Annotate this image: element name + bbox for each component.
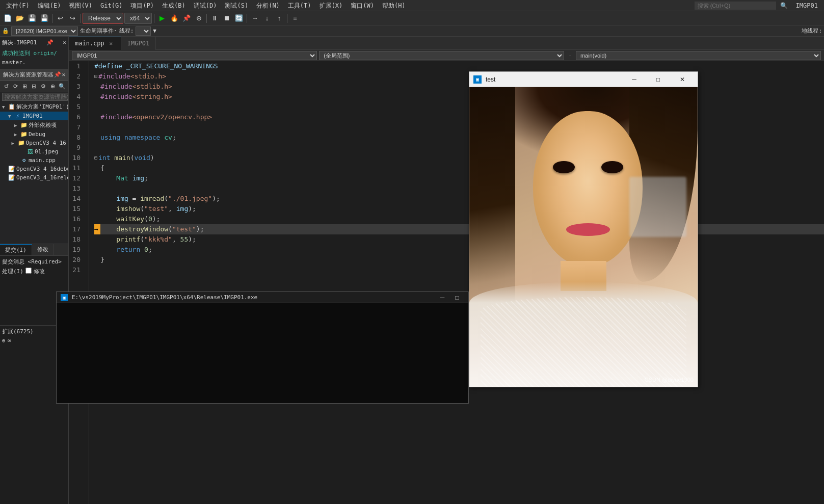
refresh-btn[interactable]: ⟳ — [11, 82, 19, 91]
solution-root[interactable]: ▼ 📋 解决方案'IMGP01'(1 个项目/共 1 个) — [0, 102, 68, 112]
sp-8a — [120, 132, 124, 143]
minimize-btn[interactable]: ─ — [623, 72, 646, 87]
menu-tools[interactable]: 工具(T) — [284, 0, 315, 11]
perf-btn[interactable]: ⊕ — [193, 13, 204, 24]
menu-file[interactable]: 文件(F) — [2, 0, 34, 11]
tab-main-cpp[interactable]: main.cpp ✕ — [69, 37, 121, 50]
modify-checkbox[interactable] — [25, 268, 32, 274]
stop-btn[interactable]: 🔥 — [169, 13, 180, 24]
tab-imgp01-label: IMGP01 — [127, 40, 149, 47]
panel-close-btn[interactable]: ✕ — [62, 71, 65, 78]
filter-btn[interactable]: ⊕ — [48, 82, 57, 91]
menu-analyze[interactable]: 分析(N) — [252, 0, 284, 11]
attach-btn[interactable]: 📌 — [181, 13, 192, 24]
debug-props-node[interactable]: 📝 OpenCV3_4_16debug.props — [0, 165, 68, 173]
git-close-btn[interactable]: ✕ — [63, 39, 66, 46]
start-btn[interactable]: ▶ — [156, 13, 168, 24]
waitkey-fn: waitKey — [116, 214, 144, 224]
menu-git[interactable]: Git(G) — [96, 0, 126, 11]
term-maximize-btn[interactable]: □ — [450, 292, 464, 303]
menu-help[interactable]: 帮助(H) — [378, 0, 410, 11]
indent-19 — [94, 245, 100, 255]
thread-dropdown[interactable] — [136, 26, 151, 36]
sync-btn[interactable]: ↺ — [2, 82, 10, 91]
add-btn[interactable]: ⊕ — [2, 337, 6, 344]
semi-19: ; — [148, 245, 152, 255]
process-dropdown[interactable]: [22620] IMGP01.exe — [11, 26, 78, 36]
paren-15a: ( — [140, 204, 144, 214]
git-panel: 解决-IMGP01 📌 ✕ 成功推送到 origin/ master. — [0, 37, 68, 69]
panel-pin-btn[interactable]: 📌 — [54, 71, 61, 78]
release-props-node[interactable]: 📝 OpenCV3_4_16release.props — [0, 173, 68, 182]
solution-search-input[interactable] — [2, 93, 68, 101]
sep3 — [154, 14, 154, 23]
project-nav-dropdown[interactable]: IMGP01 — [72, 51, 317, 60]
main-fn: main — [114, 153, 130, 163]
menu-test[interactable]: 测试(S) — [221, 0, 252, 11]
close-btn[interactable]: ✕ — [671, 72, 694, 87]
show-threads-btn[interactable]: ≡ — [289, 13, 301, 24]
pause-btn[interactable]: ⏸ — [209, 13, 220, 24]
bottom-tab-commit[interactable]: 提交(I) — [0, 244, 32, 255]
menu-window[interactable]: 窗口(W) — [347, 0, 378, 11]
settings-btn[interactable]: ⚙ — [39, 82, 47, 91]
search-icon-btn[interactable]: 🔍 — [58, 82, 66, 91]
scope-dropdown[interactable]: (全局范围) — [319, 51, 564, 60]
menu-view[interactable]: 视图(V) — [65, 0, 96, 11]
new-file-btn[interactable]: 📄 — [2, 13, 13, 24]
menu-debug[interactable]: 调试(D) — [190, 0, 221, 11]
debug-node[interactable]: ▶ 📁 Debug — [0, 130, 68, 139]
step-over-btn[interactable]: → — [249, 13, 260, 24]
save-all-btn[interactable]: 💾 — [39, 13, 50, 24]
stop2-btn[interactable]: ⏹ — [221, 13, 232, 24]
undo-btn[interactable]: ↩ — [55, 13, 66, 24]
git-pin-btn[interactable]: 📌 — [46, 39, 54, 46]
portrait-container: CSDN @diyue1900 — [469, 87, 698, 387]
menu-project[interactable]: 项目(P) — [126, 0, 158, 11]
menu-edit[interactable]: 编辑(E) — [34, 0, 65, 11]
code-line-8: using namespace cv ; — [94, 132, 824, 143]
step-into-btn[interactable]: ↓ — [261, 13, 273, 24]
maximize-btn[interactable]: □ — [647, 72, 670, 87]
code-line-5 — [94, 102, 824, 112]
restart-btn[interactable]: 🔄 — [233, 13, 245, 24]
collapse-10[interactable]: ⊟ — [94, 153, 97, 163]
cv-ns: cv — [164, 132, 172, 143]
save-btn[interactable]: 💾 — [26, 13, 38, 24]
code-line-21 — [94, 265, 824, 275]
terminal-window[interactable]: ▣ E:\vs2019MyProject\IMGP01\IMGP01\x64\R… — [56, 291, 469, 404]
term-minimize-btn[interactable]: ─ — [435, 292, 449, 303]
debug-bar: 🔒 [22620] IMGP01.exe 生命周期事件· 线程: ▼ 地线程: — [0, 25, 824, 37]
collapse-2[interactable]: ⊟ — [94, 71, 97, 82]
frames-filter-btn[interactable]: ▼ — [153, 28, 156, 34]
comma-15: , — [168, 204, 176, 214]
step-out-btn[interactable]: ↑ — [274, 13, 285, 24]
infinity-btn[interactable]: ∞ — [8, 337, 11, 344]
menu-extend[interactable]: 扩展(X) — [315, 0, 347, 11]
expand-all-btn[interactable]: ⊞ — [21, 82, 29, 91]
menu-search-input[interactable] — [695, 2, 776, 10]
jpeg-node[interactable]: 🖼 01.jpeg — [0, 147, 68, 156]
open-btn[interactable]: 📂 — [14, 13, 25, 24]
tab-imgp01[interactable]: IMGP01 — [121, 37, 156, 50]
project-node[interactable]: ▼ ⚡ IMGP01 — [0, 112, 68, 120]
code-content[interactable]: #define _CRT_SECURE_NO_WARNINGS ⊟ #inclu… — [89, 61, 824, 504]
function-dropdown[interactable]: main(void) — [576, 51, 821, 60]
external-deps-node[interactable]: ▶ 📁 外部依赖项 — [0, 120, 68, 130]
using-kw: using — [100, 132, 120, 143]
menu-build[interactable]: 生成(B) — [158, 0, 190, 11]
ln-20: 20 — [69, 255, 85, 265]
opencv-node[interactable]: ▶ 📁 OpenCV3_4_16 — [0, 139, 68, 147]
config-dropdown[interactable]: Release — [83, 13, 123, 24]
inc-4: #include — [100, 92, 132, 102]
main-cpp-node[interactable]: ⚙ main.cpp — [0, 156, 68, 165]
image-window[interactable]: ▣ test ─ □ ✕ — [469, 71, 698, 387]
code-line-13 — [94, 183, 824, 194]
bottom-tab-modify[interactable]: 修改 — [32, 244, 54, 255]
bottom-tabs: 提交(I) 修改 — [0, 244, 68, 256]
indent-3 — [94, 82, 100, 92]
redo-btn[interactable]: ↪ — [67, 13, 78, 24]
platform-dropdown[interactable]: x64 — [124, 13, 152, 24]
tab-main-cpp-close[interactable]: ✕ — [108, 40, 115, 47]
collapse-all-btn[interactable]: ⊟ — [30, 82, 38, 91]
